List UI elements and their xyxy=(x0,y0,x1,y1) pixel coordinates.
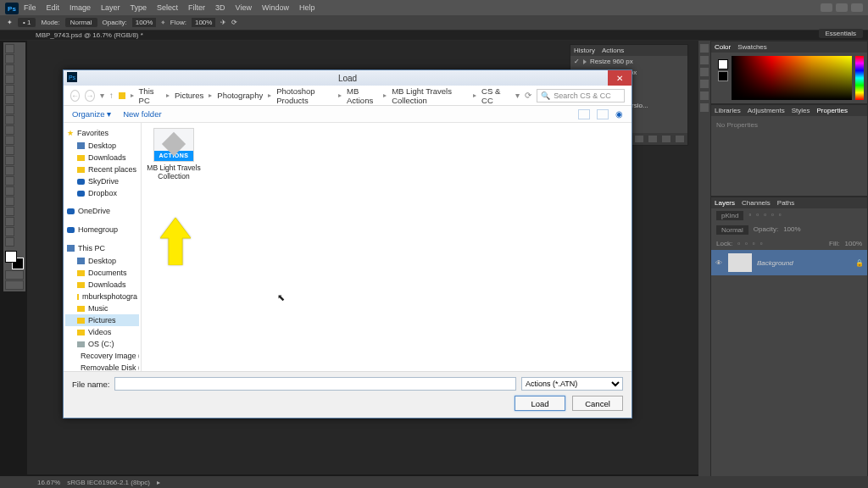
filetype-select[interactable]: Actions (*.ATN) xyxy=(521,377,623,391)
crop-tool[interactable] xyxy=(5,85,14,94)
preview-pane-button[interactable] xyxy=(597,109,609,119)
visibility-icon[interactable]: 👁 xyxy=(715,259,723,267)
crumb[interactable]: MB Actions xyxy=(347,86,378,105)
blend-mode[interactable]: Normal xyxy=(716,225,748,235)
tree-homegroup[interactable]: Homegroup xyxy=(78,224,118,236)
file-list[interactable]: ACTIONS MB Light Travels Collection ⬉ xyxy=(142,123,632,371)
history-brush-tool[interactable] xyxy=(5,136,14,145)
brush-tool[interactable] xyxy=(5,115,14,125)
forward-button[interactable]: → xyxy=(85,90,94,102)
load-button[interactable]: Load xyxy=(515,396,565,411)
view-mode-button[interactable] xyxy=(578,109,590,119)
gradient-tool[interactable] xyxy=(5,156,14,165)
crumb[interactable]: Pictures xyxy=(175,91,203,100)
tab-libraries[interactable]: Libraries xyxy=(715,107,741,114)
menu-3d[interactable]: 3D xyxy=(215,3,225,12)
win-restore-icon[interactable] xyxy=(836,3,848,12)
close-button[interactable]: ✕ xyxy=(608,70,632,86)
layer-filter-kind[interactable]: pKind xyxy=(716,211,743,220)
crumb[interactable]: CS & CC xyxy=(481,86,507,105)
color-swatches[interactable] xyxy=(5,251,24,269)
crumb[interactable]: Photoshop Products xyxy=(276,86,333,105)
pressure-size-icon[interactable]: ⟳ xyxy=(231,19,237,26)
refresh-icon[interactable]: ⟳ xyxy=(525,91,531,100)
brush-preset-icon[interactable]: ✦ xyxy=(7,19,13,26)
layer-opacity[interactable]: 100% xyxy=(783,225,800,235)
new-action-icon[interactable] xyxy=(662,136,670,142)
collapsed-panel-dock[interactable] xyxy=(698,41,710,488)
wand-tool[interactable] xyxy=(5,75,14,84)
screenmode-tool[interactable] xyxy=(5,280,24,290)
menu-help[interactable]: Help xyxy=(299,3,315,12)
back-button[interactable]: ← xyxy=(70,90,80,102)
up-button[interactable]: ▾ xyxy=(100,91,104,100)
filter-icon[interactable]: ▫ xyxy=(779,211,782,220)
nav-tree[interactable]: ★Favorites Desktop Downloads Recent plac… xyxy=(64,123,142,371)
tab-swatches[interactable]: Swatches xyxy=(737,43,767,51)
path-tool[interactable] xyxy=(5,207,14,216)
shape-tool[interactable] xyxy=(5,217,14,226)
airbrush-icon[interactable]: ✈ xyxy=(220,19,226,26)
tab-properties[interactable]: Properties xyxy=(817,107,848,114)
tab-color[interactable]: Color xyxy=(715,43,731,51)
win-close-icon[interactable] xyxy=(851,3,863,12)
eraser-tool[interactable] xyxy=(5,146,14,155)
menu-image[interactable]: Image xyxy=(70,3,91,12)
pressure-opacity-icon[interactable]: ⌖ xyxy=(161,19,165,27)
tab-paths[interactable]: Paths xyxy=(777,199,794,207)
eyedropper-tool[interactable] xyxy=(5,95,14,104)
flow-field[interactable]: 100% xyxy=(192,18,215,27)
lock-icon[interactable]: ▫ xyxy=(753,240,755,247)
collapsed-icon[interactable] xyxy=(700,92,709,100)
menu-filter[interactable]: Filter xyxy=(188,3,205,12)
collapsed-icon[interactable] xyxy=(700,56,709,64)
tab-actions[interactable]: Actions xyxy=(602,47,624,54)
chevron-right-icon[interactable]: ▸ xyxy=(157,479,160,486)
hue-slider[interactable] xyxy=(855,56,864,100)
layer-fill[interactable]: 100% xyxy=(845,240,862,247)
cancel-button[interactable]: Cancel xyxy=(572,396,623,411)
menu-select[interactable]: Select xyxy=(157,3,178,12)
organize-menu[interactable]: Organize ▾ xyxy=(72,109,111,119)
dodge-tool[interactable] xyxy=(5,176,14,186)
lock-icon[interactable]: ▫ xyxy=(760,240,763,247)
marquee-tool[interactable] xyxy=(5,54,14,64)
collapsed-icon[interactable] xyxy=(700,68,709,76)
heal-tool[interactable] xyxy=(5,105,14,114)
blend-mode-select[interactable]: Normal xyxy=(65,18,97,27)
pen-tool[interactable] xyxy=(5,186,14,196)
color-field[interactable] xyxy=(732,56,852,100)
play-icon[interactable] xyxy=(635,136,643,142)
trash-icon[interactable] xyxy=(676,136,684,142)
layer-row[interactable]: 👁 Background 🔒 xyxy=(711,250,867,275)
tree-thispc[interactable]: This PC xyxy=(78,242,105,254)
move-tool[interactable] xyxy=(5,44,14,53)
tab-channels[interactable]: Channels xyxy=(742,199,771,207)
lock-icon[interactable]: ▫ xyxy=(737,240,740,247)
blur-tool[interactable] xyxy=(5,166,14,175)
up-icon[interactable]: ↑ xyxy=(109,91,114,100)
menu-type[interactable]: Type xyxy=(131,3,147,12)
crumb[interactable]: This PC xyxy=(139,86,161,105)
new-set-icon[interactable] xyxy=(648,136,657,142)
type-tool[interactable] xyxy=(5,197,14,206)
menu-view[interactable]: View xyxy=(236,3,252,12)
document-tab[interactable]: MBP_9743.psd @ 16.7% (RGB/8) * xyxy=(0,30,868,41)
lasso-tool[interactable] xyxy=(5,64,14,74)
opacity-field[interactable]: 100% xyxy=(132,18,156,27)
zoom-tool[interactable] xyxy=(5,237,14,247)
action-item[interactable]: ✓Resize 960 px xyxy=(570,56,687,67)
file-item[interactable]: ACTIONS MB Light Travels Collection xyxy=(147,128,201,180)
search-input[interactable]: 🔍Search CS & CC xyxy=(537,89,625,103)
collapsed-icon[interactable] xyxy=(700,80,709,88)
menu-edit[interactable]: Edit xyxy=(47,3,60,12)
menu-window[interactable]: Window xyxy=(262,3,289,12)
collapsed-icon[interactable] xyxy=(700,103,709,112)
tab-history[interactable]: History xyxy=(574,47,595,54)
filter-icon[interactable]: ▫ xyxy=(771,211,774,220)
bg-chip[interactable] xyxy=(718,71,728,81)
menu-layer[interactable]: Layer xyxy=(101,3,120,12)
filter-icon[interactable]: ▫ xyxy=(756,211,759,220)
collapsed-icon[interactable] xyxy=(700,44,709,53)
tab-adjustments[interactable]: Adjustments xyxy=(748,107,785,114)
